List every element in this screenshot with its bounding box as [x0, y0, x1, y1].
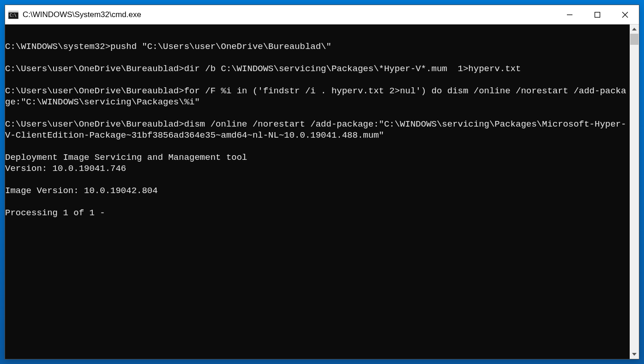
minimize-button[interactable] — [556, 5, 584, 24]
terminal-line: Deployment Image Servicing and Managemen… — [5, 152, 630, 163]
svg-marker-7 — [632, 28, 637, 30]
terminal-line — [5, 30, 630, 41]
scrollbar-track[interactable] — [630, 34, 639, 350]
terminal-line: Image Version: 10.0.19042.804 — [5, 185, 630, 196]
terminal-line: C:\Users\user\OneDrive\Bureaublad>dism /… — [5, 119, 630, 141]
terminal-line: C:\Users\user\OneDrive\Bureaublad>dir /b… — [5, 63, 630, 74]
titlebar[interactable]: C:\ C:\WINDOWS\System32\cmd.exe — [5, 5, 639, 24]
window-controls — [556, 5, 639, 24]
terminal-line: C:\WINDOWS\system32>pushd "C:\Users\user… — [5, 41, 630, 52]
terminal-line: Processing 1 of 1 - — [5, 207, 630, 218]
terminal-line — [5, 141, 630, 152]
window-body: C:\WINDOWS\system32>pushd "C:\Users\user… — [5, 24, 639, 359]
close-button[interactable] — [611, 5, 639, 24]
svg-marker-8 — [632, 353, 637, 356]
terminal-line — [5, 196, 630, 207]
scrollbar-thumb[interactable] — [630, 34, 638, 45]
terminal-line — [5, 108, 630, 119]
terminal-line: Version: 10.0.19041.746 — [5, 163, 630, 174]
terminal-line: C:\Users\user\OneDrive\Bureaublad>for /F… — [5, 85, 630, 108]
scroll-up-arrow[interactable] — [630, 24, 639, 34]
terminal-output[interactable]: C:\WINDOWS\system32>pushd "C:\Users\user… — [5, 24, 630, 359]
svg-rect-1 — [8, 11, 18, 12]
app-window: C:\ C:\WINDOWS\System32\cmd.exe C:\WINDO… — [5, 5, 639, 359]
maximize-button[interactable] — [584, 5, 611, 24]
window-title: C:\WINDOWS\System32\cmd.exe — [23, 10, 556, 19]
terminal-line — [5, 174, 630, 185]
cmd-icon: C:\ — [8, 10, 19, 19]
scroll-down-arrow[interactable] — [630, 350, 639, 359]
vertical-scrollbar[interactable] — [630, 24, 639, 359]
svg-text:C:\: C:\ — [10, 13, 17, 18]
svg-rect-4 — [595, 12, 600, 17]
terminal-line — [5, 52, 630, 63]
terminal-line — [5, 74, 630, 85]
